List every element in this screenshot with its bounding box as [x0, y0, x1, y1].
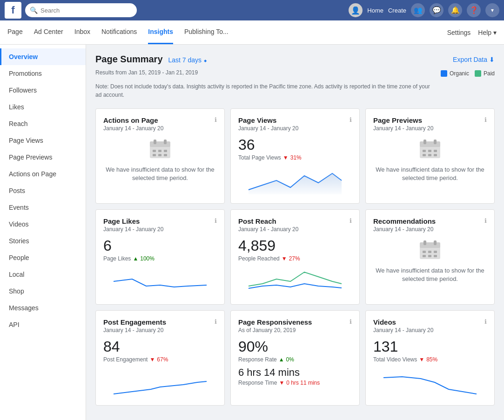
- page-views-chart: [238, 167, 352, 194]
- sidebar-item-reach[interactable]: Reach: [0, 115, 86, 132]
- help-button[interactable]: Help ▾: [478, 29, 497, 36]
- post-reach-chart: [238, 267, 352, 295]
- info-icon[interactable]: ℹ: [349, 318, 352, 325]
- svg-rect-6: [164, 150, 167, 152]
- card-title: Page Views: [238, 116, 298, 124]
- sidebar-item-stories[interactable]: Stories: [0, 233, 86, 249]
- chart-legend: Organic Paid: [441, 70, 495, 77]
- page-likes-chart: [103, 267, 217, 295]
- page-nav-inbox[interactable]: Inbox: [74, 20, 90, 44]
- sidebar-item-followers[interactable]: Followers: [0, 82, 86, 99]
- legend-paid: Paid: [475, 70, 495, 77]
- svg-rect-25: [428, 251, 431, 253]
- results-line1: Results from Jan 15, 2019 - Jan 21, 2019: [95, 68, 431, 77]
- trend2-value: 0 hrs 11 mins: [286, 380, 320, 386]
- sidebar-item-people[interactable]: People: [0, 249, 86, 266]
- card-period: January 14 - January 20: [373, 125, 433, 132]
- sidebar-item-api[interactable]: API: [0, 316, 86, 333]
- sidebar-item-events[interactable]: Events: [0, 199, 86, 216]
- card-sub: Total Video Views ▼ 85%: [373, 356, 487, 363]
- create-link[interactable]: Create: [388, 7, 406, 14]
- export-data-button[interactable]: Export Data ⬇: [453, 56, 495, 63]
- trend-value: 100%: [140, 255, 155, 262]
- trend-value: 85%: [426, 356, 437, 363]
- summary-header: Page Summary Last 7 days ⬥ Export Data ⬇: [95, 54, 495, 65]
- sidebar-item-page-previews[interactable]: Page Previews: [0, 149, 86, 166]
- trend-indicator: ▲: [133, 255, 138, 262]
- card-post-reach: Post Reach January 14 - January 20 ℹ 4,8…: [230, 209, 360, 305]
- svg-rect-24: [423, 251, 426, 253]
- info-icon[interactable]: ℹ: [349, 116, 352, 123]
- videos-chart: [373, 368, 487, 396]
- sidebar-item-page-views[interactable]: Page Views: [0, 132, 86, 149]
- sidebar-item-shop[interactable]: Shop: [0, 283, 86, 300]
- people-icon[interactable]: 👥: [411, 3, 425, 17]
- card-period: January 14 - January 20: [103, 327, 166, 333]
- page-nav-insights[interactable]: Insights: [148, 20, 173, 44]
- page-nav-publishing[interactable]: Publishing To...: [184, 20, 228, 44]
- card-value: 36: [238, 136, 352, 153]
- trend-indicator: ▼: [419, 356, 424, 363]
- sidebar-item-local[interactable]: Local: [0, 266, 86, 283]
- svg-rect-28: [428, 255, 431, 257]
- sidebar-item-messages[interactable]: Messages: [0, 300, 86, 316]
- results-note-area: Results from Jan 15, 2019 - Jan 21, 2019…: [95, 68, 495, 105]
- trend-indicator: ▼: [283, 154, 289, 161]
- info-icon[interactable]: ℹ: [215, 116, 217, 123]
- card-period: January 14 - January 20: [373, 327, 433, 333]
- info-icon[interactable]: ℹ: [215, 217, 217, 224]
- sidebar-item-videos[interactable]: Videos: [0, 216, 86, 233]
- sidebar-item-likes[interactable]: Likes: [0, 99, 86, 115]
- search-bar[interactable]: 🔍: [25, 3, 137, 17]
- info-icon[interactable]: ℹ: [484, 318, 487, 325]
- trend-value: 67%: [157, 356, 168, 363]
- engagements-chart: [103, 368, 217, 396]
- summary-period[interactable]: Last 7 days ⬥: [168, 56, 207, 64]
- page-nav-page[interactable]: Page: [7, 20, 23, 44]
- messenger-icon[interactable]: 💬: [430, 3, 444, 17]
- svg-rect-4: [153, 150, 156, 152]
- card-title: Post Engagements: [103, 318, 166, 326]
- card-title: Page Likes: [103, 217, 163, 225]
- card-sub2: Response Time ▼ 0 hrs 11 mins: [238, 380, 352, 386]
- info-icon[interactable]: ℹ: [484, 217, 487, 224]
- card-page-previews: Page Previews January 14 - January 20 ℹ: [365, 108, 495, 204]
- home-link[interactable]: Home: [367, 7, 383, 14]
- page-navigation: Page Ad Center Inbox Notifications Insig…: [0, 20, 504, 45]
- sidebar-item-promotions[interactable]: Promotions: [0, 65, 86, 82]
- chevron-down-icon[interactable]: ▾: [485, 3, 499, 17]
- main-content: Page Summary Last 7 days ⬥ Export Data ⬇…: [86, 45, 504, 420]
- card-title: Actions on Page: [103, 116, 163, 124]
- card-post-engagements: Post Engagements January 14 - January 20…: [95, 310, 225, 406]
- card-sub: Total Page Views ▼ 31%: [238, 154, 352, 161]
- sidebar-item-posts[interactable]: Posts: [0, 182, 86, 199]
- bell-icon[interactable]: 🔔: [448, 3, 462, 17]
- svg-rect-12: [423, 140, 426, 144]
- no-data-area: We have insufficient data to show for th…: [373, 233, 487, 288]
- no-data-area: We have insufficient data to show for th…: [373, 132, 487, 187]
- info-icon[interactable]: ℹ: [215, 318, 217, 325]
- card-page-views: Page Views January 14 - January 20 ℹ 36 …: [230, 108, 360, 204]
- top-navigation: f 🔍 👤 Home Create 👥 💬 🔔 ❓ ▾: [0, 0, 504, 20]
- sidebar-item-actions-on-page[interactable]: Actions on Page: [0, 166, 86, 182]
- card-value: 131: [373, 338, 487, 355]
- svg-rect-11: [420, 141, 440, 147]
- svg-rect-29: [434, 255, 437, 257]
- card-recommendations: Recommendations January 14 - January 20 …: [365, 209, 495, 305]
- svg-rect-16: [434, 150, 437, 152]
- layout: Overview Promotions Followers Likes Reac…: [0, 45, 504, 420]
- no-data-text: We have insufficient data to show for th…: [103, 166, 217, 182]
- search-input[interactable]: [40, 7, 132, 14]
- page-nav-ad-center[interactable]: Ad Center: [34, 20, 63, 44]
- page-nav-notifications[interactable]: Notifications: [101, 20, 137, 44]
- mini-chart: [238, 167, 352, 196]
- card-page-likes: Page Likes January 14 - January 20 ℹ 6 P…: [95, 209, 225, 305]
- svg-rect-21: [420, 242, 440, 248]
- info-icon[interactable]: ℹ: [349, 217, 352, 224]
- sidebar-item-overview[interactable]: Overview: [0, 48, 86, 65]
- info-icon[interactable]: ℹ: [484, 116, 487, 123]
- help-icon[interactable]: ❓: [467, 3, 481, 17]
- card-sub: Response Rate ▲ 0%: [238, 356, 352, 363]
- svg-rect-23: [434, 240, 437, 245]
- settings-button[interactable]: Settings: [447, 29, 471, 36]
